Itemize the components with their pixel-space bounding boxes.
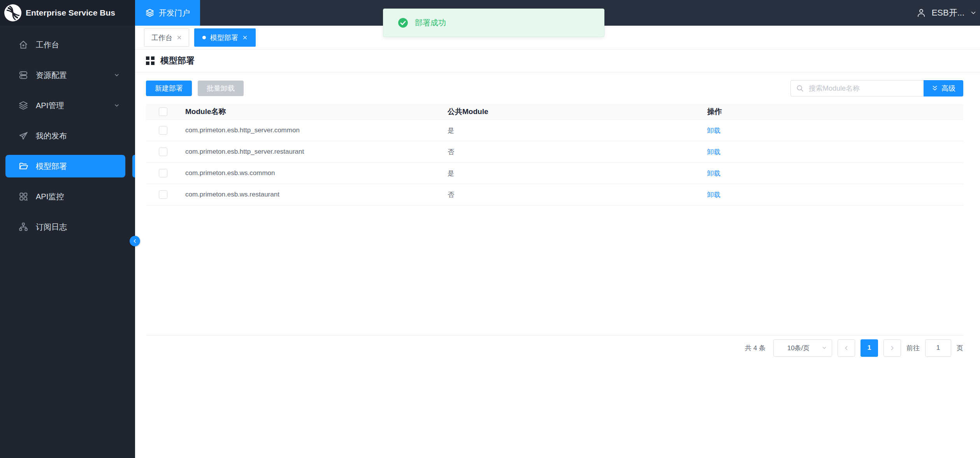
user-menu[interactable]: ESB开... bbox=[916, 0, 980, 26]
chevron-down-icon bbox=[970, 9, 977, 16]
main-content: 工作台 模型部署 模型部署 新建部署 批量卸载 bbox=[135, 26, 980, 458]
chevron-left-icon bbox=[843, 345, 849, 351]
resources-icon bbox=[18, 70, 28, 80]
sidebar-item-my-releases[interactable]: 我的发布 bbox=[5, 125, 125, 147]
pagination-total: 共 4 条 bbox=[745, 344, 766, 353]
module-name-cell: com.primeton.esb.ws.common bbox=[185, 169, 448, 177]
sidebar-item-resources[interactable]: 资源配置 bbox=[5, 64, 125, 86]
page-size-select[interactable]: 10条/页 bbox=[773, 339, 832, 357]
tab-model-deployment[interactable]: 模型部署 bbox=[194, 28, 256, 47]
advanced-search-button[interactable]: 高级 bbox=[924, 80, 963, 97]
goto-page-input[interactable] bbox=[925, 339, 951, 357]
sidebar-item-label: 工作台 bbox=[36, 40, 59, 50]
success-toast: 部署成功 bbox=[383, 9, 604, 37]
table-bottom-divider bbox=[146, 335, 963, 335]
chevron-right-icon bbox=[889, 345, 895, 351]
sidebar-item-label: 我的发布 bbox=[36, 131, 67, 141]
row-checkbox[interactable] bbox=[159, 169, 167, 177]
sidebar-item-label: 资源配置 bbox=[36, 70, 67, 81]
esb-logo-icon bbox=[4, 4, 22, 22]
batch-unload-button[interactable]: 批量卸载 bbox=[198, 81, 244, 96]
row-checkbox[interactable] bbox=[159, 126, 167, 135]
tab-label: 模型部署 bbox=[210, 33, 238, 42]
app-root: Enterprise Service Bus 开发门户 ESB开... bbox=[0, 0, 980, 458]
logo-area: Enterprise Service Bus bbox=[0, 0, 135, 26]
toast-message: 部署成功 bbox=[415, 18, 446, 28]
row-checkbox[interactable] bbox=[159, 190, 167, 199]
unload-link[interactable]: 卸载 bbox=[707, 191, 720, 198]
table-row: com.primeton.esb.http_server.common 是 卸载 bbox=[146, 120, 963, 141]
module-name-cell: com.primeton.esb.http_server.restaurant bbox=[185, 148, 448, 156]
close-icon[interactable] bbox=[242, 35, 248, 40]
column-header-public-module: 公共Module bbox=[448, 107, 707, 117]
layers-icon bbox=[145, 8, 155, 18]
sidebar-item-api-management[interactable]: API管理 bbox=[5, 94, 125, 117]
close-icon[interactable] bbox=[177, 35, 182, 40]
grid-icon bbox=[18, 191, 28, 202]
double-chevron-down-icon bbox=[931, 85, 938, 92]
chevron-down-icon bbox=[114, 72, 120, 78]
page-title: 模型部署 bbox=[160, 55, 195, 67]
pagination: 共 4 条 10条/页 1 前往 页 bbox=[146, 338, 963, 358]
page-size-value: 10条/页 bbox=[787, 344, 810, 353]
grid-title-icon bbox=[146, 56, 155, 65]
portal-tab-dev[interactable]: 开发门户 bbox=[135, 0, 200, 26]
public-module-cell: 是 bbox=[448, 126, 707, 135]
sidebar-nav: 工作台 资源配置 bbox=[0, 26, 135, 458]
tab-label: 工作台 bbox=[151, 33, 172, 42]
org-chart-icon bbox=[18, 222, 28, 232]
unload-link[interactable]: 卸载 bbox=[707, 170, 720, 177]
column-header-module-name: Module名称 bbox=[185, 107, 448, 117]
folder-icon bbox=[18, 161, 28, 171]
module-name-cell: com.primeton.esb.ws.restaurant bbox=[185, 191, 448, 198]
table-row: com.primeton.esb.ws.common 是 卸载 bbox=[146, 163, 963, 184]
module-name-cell: com.primeton.esb.http_server.common bbox=[185, 126, 448, 134]
toolbar: 新建部署 批量卸载 高级 bbox=[146, 80, 963, 97]
chevron-down-icon bbox=[822, 345, 827, 351]
chevron-down-icon bbox=[114, 102, 120, 109]
home-icon bbox=[18, 40, 28, 50]
sidebar-collapse-button[interactable] bbox=[130, 236, 140, 246]
table-row: com.primeton.esb.http_server.restaurant … bbox=[146, 141, 963, 163]
public-module-cell: 否 bbox=[448, 190, 707, 199]
search-input[interactable] bbox=[790, 80, 924, 97]
unload-link[interactable]: 卸载 bbox=[707, 127, 720, 134]
public-module-cell: 是 bbox=[448, 169, 707, 178]
brand-title: Enterprise Service Bus bbox=[26, 8, 115, 18]
check-circle-icon bbox=[398, 18, 408, 28]
sidebar-item-api-monitoring[interactable]: API监控 bbox=[5, 185, 125, 208]
sidebar-item-subscription-logs[interactable]: 订阅日志 bbox=[5, 216, 125, 238]
person-icon bbox=[916, 8, 926, 18]
search-group: 高级 bbox=[790, 80, 963, 97]
table-row: com.primeton.esb.ws.restaurant 否 卸载 bbox=[146, 184, 963, 205]
portal-tab-label: 开发门户 bbox=[159, 8, 190, 18]
module-table: Module名称 公共Module 操作 com.primeton.esb.ht… bbox=[146, 104, 963, 205]
goto-label: 前往 bbox=[906, 344, 920, 353]
sidebar-item-workbench[interactable]: 工作台 bbox=[5, 33, 125, 56]
page-number-1[interactable]: 1 bbox=[861, 339, 878, 357]
search-box bbox=[790, 80, 924, 97]
sidebar-item-label: API管理 bbox=[36, 100, 64, 111]
sidebar-item-label: 模型部署 bbox=[36, 161, 67, 172]
unload-link[interactable]: 卸载 bbox=[707, 148, 720, 156]
row-checkbox[interactable] bbox=[159, 147, 167, 156]
sidebar-item-model-deployment[interactable]: 模型部署 bbox=[5, 155, 125, 177]
search-icon bbox=[796, 84, 804, 93]
sidebar-item-label: 订阅日志 bbox=[36, 222, 67, 232]
layers-icon bbox=[18, 100, 28, 111]
column-header-actions: 操作 bbox=[707, 107, 963, 117]
tab-workbench[interactable]: 工作台 bbox=[144, 28, 189, 47]
sidebar-item-label: API监控 bbox=[36, 191, 64, 202]
chevron-left-icon bbox=[132, 239, 137, 244]
new-deploy-button[interactable]: 新建部署 bbox=[146, 81, 192, 96]
select-all-checkbox[interactable] bbox=[159, 107, 167, 116]
advanced-label: 高级 bbox=[941, 84, 955, 93]
page-unit-label: 页 bbox=[957, 344, 963, 353]
active-dot-icon bbox=[202, 36, 206, 39]
next-page-button[interactable] bbox=[883, 339, 901, 357]
page-header: 模型部署 bbox=[135, 49, 980, 72]
username-text: ESB开... bbox=[932, 7, 964, 19]
send-icon bbox=[18, 131, 28, 141]
prev-page-button[interactable] bbox=[838, 339, 855, 357]
active-submenu-sliver bbox=[132, 155, 135, 177]
